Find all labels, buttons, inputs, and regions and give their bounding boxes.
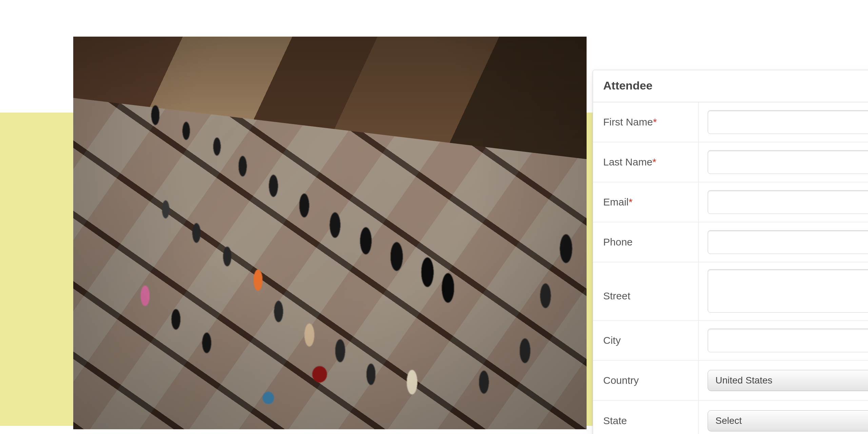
first-name-input[interactable] <box>708 110 868 134</box>
phone-input[interactable] <box>708 230 868 254</box>
row-state: State Select <box>593 401 868 434</box>
row-street: Street <box>593 262 868 321</box>
crowd-photo <box>73 37 587 429</box>
label-country: Country <box>593 361 699 400</box>
label-city: City <box>593 321 699 360</box>
label-street: Street <box>593 262 699 320</box>
row-phone: Phone <box>593 222 868 262</box>
attendee-form: Attendee First Name* <box>593 70 868 434</box>
label-phone: Phone <box>593 222 699 262</box>
state-selected-value: Select <box>715 415 742 426</box>
row-last-name: Last Name* <box>593 142 868 182</box>
required-marker: * <box>653 116 657 128</box>
label-text: Email <box>603 196 629 208</box>
label-last-name: Last Name* <box>593 142 699 182</box>
label-text: Phone <box>603 236 633 248</box>
row-city: City <box>593 321 868 361</box>
label-text: State <box>603 415 627 427</box>
required-marker: * <box>629 196 633 208</box>
label-first-name: First Name* <box>593 102 699 142</box>
label-text: Street <box>603 290 630 302</box>
canvas: Attendee First Name* <box>0 0 868 434</box>
row-first-name: First Name* <box>593 102 868 142</box>
city-input[interactable] <box>708 329 868 352</box>
country-selected-value: United States <box>715 375 772 386</box>
email-input[interactable] <box>708 190 868 214</box>
form-title: Attendee <box>593 70 868 102</box>
street-textarea[interactable] <box>708 269 868 313</box>
country-select[interactable]: United States <box>708 370 868 391</box>
label-text: First Name <box>603 116 653 128</box>
label-text: Last Name <box>603 156 652 168</box>
label-state: State <box>593 401 699 434</box>
required-marker: * <box>652 156 656 168</box>
state-select[interactable]: Select <box>708 410 868 431</box>
last-name-input[interactable] <box>708 150 868 174</box>
label-text: City <box>603 335 621 346</box>
label-email: Email* <box>593 182 699 222</box>
label-text: Country <box>603 375 639 386</box>
row-email: Email* <box>593 182 868 222</box>
row-country: Country United States <box>593 361 868 401</box>
